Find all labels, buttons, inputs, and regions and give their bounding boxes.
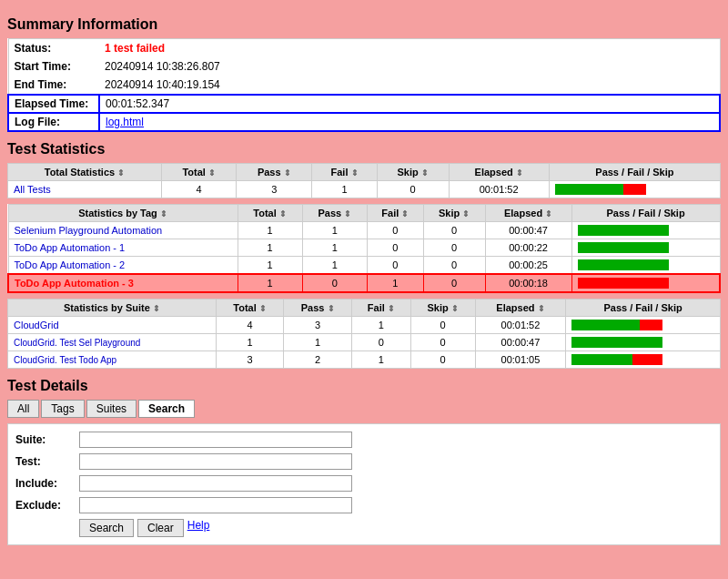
sort-icon-tag-fail[interactable]: ⇕ xyxy=(401,209,409,218)
sort-icon-suite-skip[interactable]: ⇕ xyxy=(451,304,459,313)
tag-skip: 0 xyxy=(423,274,485,292)
form-buttons: Search Clear Help xyxy=(79,519,713,537)
tag-total: 1 xyxy=(238,239,302,257)
tag-elapsed: 00:00:18 xyxy=(485,274,571,292)
start-time-row: Start Time: 20240914 10:38:26.807 xyxy=(8,57,720,76)
tag-link[interactable]: ToDo App Automation - 3 xyxy=(15,278,134,289)
suite-fail: 1 xyxy=(352,317,411,334)
test-details-section: Test Details All Tags Suites Search Suit… xyxy=(7,378,721,545)
all-tests-skip: 0 xyxy=(377,181,449,198)
suite-link[interactable]: CloudGrid xyxy=(14,320,59,330)
sort-icon-elapsed[interactable]: ⇕ xyxy=(516,168,523,178)
pass-bar xyxy=(555,184,623,195)
test-details-title: Test Details xyxy=(7,378,721,394)
tag-pass: 1 xyxy=(302,239,367,257)
tag-fail: 0 xyxy=(367,257,423,275)
col-tag-fail: Fail ⇕ xyxy=(367,205,423,222)
all-tests-table: Total Statistics ⇕ Total ⇕ Pass ⇕ Fail ⇕… xyxy=(7,163,721,198)
fail-bar xyxy=(640,320,662,330)
sort-icon-tag-elapsed[interactable]: ⇕ xyxy=(545,209,552,218)
log-file-value[interactable]: log.html xyxy=(99,113,720,131)
tag-elapsed: 00:00:22 xyxy=(485,239,571,257)
sort-icon-suite-pass[interactable]: ⇕ xyxy=(328,304,335,313)
tab-tags[interactable]: Tags xyxy=(41,400,84,418)
include-row: Include: xyxy=(15,475,713,492)
suite-pass: 3 xyxy=(284,317,352,334)
pass-bar xyxy=(571,320,640,330)
suite-total: 4 xyxy=(216,317,283,334)
elapsed-time-row: Elapsed Time: 00:01:52.347 xyxy=(8,95,720,113)
tab-suites[interactable]: Suites xyxy=(86,400,136,418)
col-tag-skip: Skip ⇕ xyxy=(423,205,485,222)
tag-skip: 0 xyxy=(423,222,485,239)
help-link[interactable]: Help xyxy=(187,519,210,537)
fail-bar xyxy=(632,354,662,365)
summary-section: Summary Information Status: 1 test faile… xyxy=(7,16,721,132)
sort-icon-fail[interactable]: ⇕ xyxy=(351,168,359,178)
pass-bar xyxy=(578,242,669,253)
sort-icon-tag[interactable]: ⇕ xyxy=(160,209,167,218)
log-link[interactable]: log.html xyxy=(106,116,144,128)
all-tests-fail: 1 xyxy=(312,181,378,198)
sort-icon-tag-pass[interactable]: ⇕ xyxy=(344,209,351,218)
summary-table: Status: 1 test failed Start Time: 202409… xyxy=(7,38,721,132)
tag-pass: 0 xyxy=(302,274,367,292)
col-pass: Pass ⇕ xyxy=(237,164,312,181)
include-input[interactable] xyxy=(79,475,352,492)
sort-icon-suite-elapsed[interactable]: ⇕ xyxy=(538,304,545,313)
search-button[interactable]: Search xyxy=(79,519,134,537)
suite-elapsed: 00:00:47 xyxy=(475,334,566,351)
sort-icon-suite[interactable]: ⇕ xyxy=(153,304,160,313)
all-tests-elapsed: 00:01:52 xyxy=(449,181,549,198)
test-statistics-section: Test Statistics Total Statistics ⇕ Total… xyxy=(7,141,721,369)
tab-search[interactable]: Search xyxy=(138,400,195,418)
clear-button[interactable]: Clear xyxy=(137,519,184,537)
suite-fail: 1 xyxy=(352,351,411,369)
tag-link[interactable]: ToDo App Automation - 2 xyxy=(15,259,126,270)
suite-total: 1 xyxy=(216,334,283,351)
exclude-input[interactable] xyxy=(79,497,352,513)
sort-icon-tag-total[interactable]: ⇕ xyxy=(279,209,287,218)
start-time-label: Start Time: xyxy=(8,57,99,76)
sort-icon-skip[interactable]: ⇕ xyxy=(421,168,429,178)
end-time-row: End Time: 20240914 10:40:19.154 xyxy=(8,76,720,95)
suite-input[interactable] xyxy=(79,432,352,448)
suite-link[interactable]: CloudGrid. Test Todo App xyxy=(14,355,116,365)
tag-total: 1 xyxy=(238,274,302,292)
tag-pass: 1 xyxy=(302,257,367,275)
by-suite-table: Statistics by Suite ⇕ Total ⇕ Pass ⇕ Fai… xyxy=(7,299,721,369)
sort-icon-suite-fail[interactable]: ⇕ xyxy=(388,304,395,313)
sort-icon-pass[interactable]: ⇕ xyxy=(284,168,291,178)
tag-elapsed: 00:00:25 xyxy=(485,257,571,275)
tag-row: Selenium Playground Automation 1 1 0 0 0… xyxy=(8,222,720,239)
exclude-label: Exclude: xyxy=(15,499,79,512)
elapsed-time-value: 00:01:52.347 xyxy=(99,95,720,113)
all-tests-total: 4 xyxy=(161,181,236,198)
pass-bar xyxy=(578,225,669,236)
col-suite-elapsed: Elapsed ⇕ xyxy=(475,300,566,317)
sort-icon[interactable]: ⇕ xyxy=(117,168,125,178)
suite-row: CloudGrid. Test Sel Playground 1 1 0 0 0… xyxy=(8,334,721,351)
suite-skip: 0 xyxy=(410,351,475,369)
sort-icon-suite-total[interactable]: ⇕ xyxy=(259,304,267,313)
tag-row: ToDo App Automation - 1 1 1 0 0 00:00:22 xyxy=(8,239,720,257)
suite-link[interactable]: CloudGrid. Test Sel Playground xyxy=(14,338,140,348)
suite-total: 3 xyxy=(216,351,283,369)
tab-all[interactable]: All xyxy=(7,400,39,418)
tag-skip: 0 xyxy=(423,257,485,275)
sort-icon-tag-skip[interactable]: ⇕ xyxy=(462,209,470,218)
end-time-value: 20240914 10:40:19.154 xyxy=(99,76,720,95)
test-input[interactable] xyxy=(79,453,352,470)
col-suite-pass: Pass ⇕ xyxy=(284,300,352,317)
test-statistics-title: Test Statistics xyxy=(7,141,721,157)
tag-bar xyxy=(571,274,720,292)
col-fail: Fail ⇕ xyxy=(312,164,378,181)
col-suite-skip: Skip ⇕ xyxy=(410,300,475,317)
col-total-statistics: Total Statistics ⇕ xyxy=(8,164,162,181)
sort-icon-total[interactable]: ⇕ xyxy=(208,168,216,178)
tag-elapsed: 00:00:47 xyxy=(485,222,571,239)
tag-link[interactable]: Selenium Playground Automation xyxy=(15,225,163,236)
end-time-label: End Time: xyxy=(8,76,99,95)
all-tests-link[interactable]: All Tests xyxy=(14,184,51,195)
tag-link[interactable]: ToDo App Automation - 1 xyxy=(15,242,126,253)
